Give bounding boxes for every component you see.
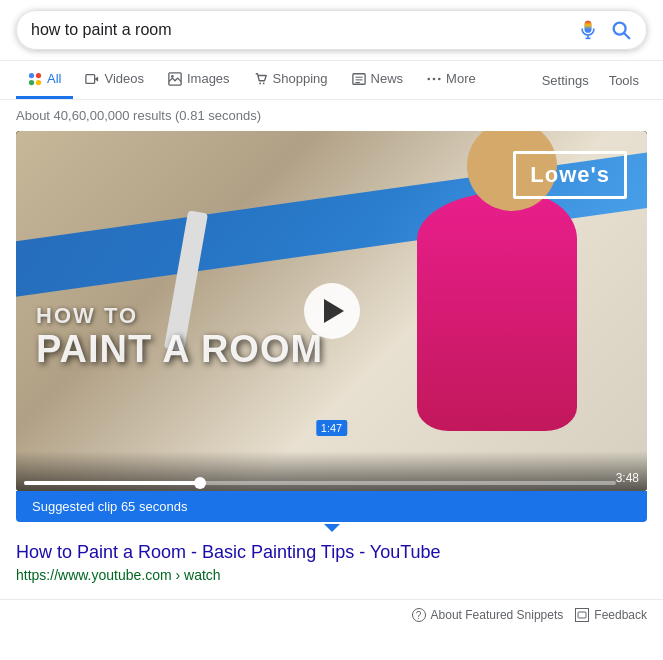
tab-more-label: More: [446, 71, 476, 86]
svg-point-20: [438, 77, 441, 80]
images-icon: [168, 72, 182, 86]
search-icon[interactable]: [610, 19, 632, 41]
svg-point-13: [262, 82, 264, 84]
result-link-area: How to Paint a Room - Basic Painting Tip…: [0, 530, 663, 591]
all-icon: [28, 72, 42, 86]
tab-news[interactable]: News: [340, 61, 416, 99]
tab-all[interactable]: All: [16, 61, 73, 99]
tab-images-label: Images: [187, 71, 230, 86]
microphone-icon[interactable]: [578, 20, 598, 40]
video-title-overlay: HOW TO PAINT A ROOM: [36, 303, 323, 371]
search-input[interactable]: [31, 21, 570, 39]
video-thumbnail: HOW TO PAINT A ROOM Lowe's 1:47 3:48: [16, 131, 647, 491]
feedback-label: Feedback: [594, 608, 647, 622]
play-button[interactable]: [304, 283, 360, 339]
feedback-icon: [575, 608, 589, 622]
nav-settings-tools: Settings Tools: [534, 63, 647, 98]
time-total: 3:48: [616, 471, 639, 485]
tab-all-label: All: [47, 71, 61, 86]
settings-button[interactable]: Settings: [534, 63, 597, 98]
lowes-logo: Lowe's: [513, 151, 627, 199]
search-icons: [578, 19, 632, 41]
clip-arrow: [324, 524, 340, 532]
about-featured-snippets-button[interactable]: ? About Featured Snippets: [412, 608, 564, 622]
tab-videos-label: Videos: [104, 71, 144, 86]
svg-point-5: [36, 72, 41, 77]
about-featured-snippets-label: About Featured Snippets: [431, 608, 564, 622]
progress-bar[interactable]: [24, 481, 616, 485]
tools-button[interactable]: Tools: [601, 63, 647, 98]
info-icon: ?: [412, 608, 426, 622]
play-triangle: [324, 299, 344, 323]
paint-room-text: PAINT A ROOM: [36, 329, 323, 371]
svg-point-6: [29, 79, 34, 84]
svg-point-18: [428, 77, 431, 80]
how-to-text: HOW TO: [36, 303, 323, 329]
svg-point-7: [36, 79, 41, 84]
nav-tabs: All Videos Images Shopping: [0, 61, 663, 100]
tab-images[interactable]: Images: [156, 61, 242, 99]
more-icon: [427, 72, 441, 86]
tab-more[interactable]: More: [415, 61, 488, 99]
clip-arrow-wrapper: [16, 522, 647, 530]
svg-rect-8: [86, 74, 95, 83]
search-bar: [16, 10, 647, 50]
tab-news-label: News: [371, 71, 404, 86]
progress-fill: [24, 481, 201, 485]
news-icon: [352, 72, 366, 86]
timestamp-badge: 1:47: [316, 420, 347, 436]
results-count: About 40,60,00,000 results (0.81 seconds…: [0, 100, 663, 131]
feedback-button[interactable]: Feedback: [575, 608, 647, 622]
tab-videos[interactable]: Videos: [73, 61, 156, 99]
videos-icon: [85, 72, 99, 86]
svg-line-3: [624, 33, 629, 38]
tab-shopping[interactable]: Shopping: [242, 61, 340, 99]
clip-section: Suggested clip 65 seconds: [0, 491, 663, 530]
shopping-icon: [254, 72, 268, 86]
svg-point-12: [259, 82, 261, 84]
svg-rect-21: [578, 612, 586, 618]
suggested-clip-bar: Suggested clip 65 seconds: [16, 491, 647, 522]
video-card: HOW TO PAINT A ROOM Lowe's 1:47 3:48: [16, 131, 647, 491]
result-title[interactable]: How to Paint a Room - Basic Painting Tip…: [16, 542, 647, 563]
search-bar-container: [0, 0, 663, 61]
svg-point-4: [29, 72, 34, 77]
svg-point-19: [433, 77, 436, 80]
bottom-bar: ? About Featured Snippets Feedback: [0, 599, 663, 630]
tab-shopping-label: Shopping: [273, 71, 328, 86]
video-controls: 3:48: [16, 451, 647, 491]
progress-dot: [194, 477, 206, 489]
result-url: https://www.youtube.com › watch: [16, 567, 647, 583]
suggested-clip-text: Suggested clip 65 seconds: [32, 499, 187, 514]
